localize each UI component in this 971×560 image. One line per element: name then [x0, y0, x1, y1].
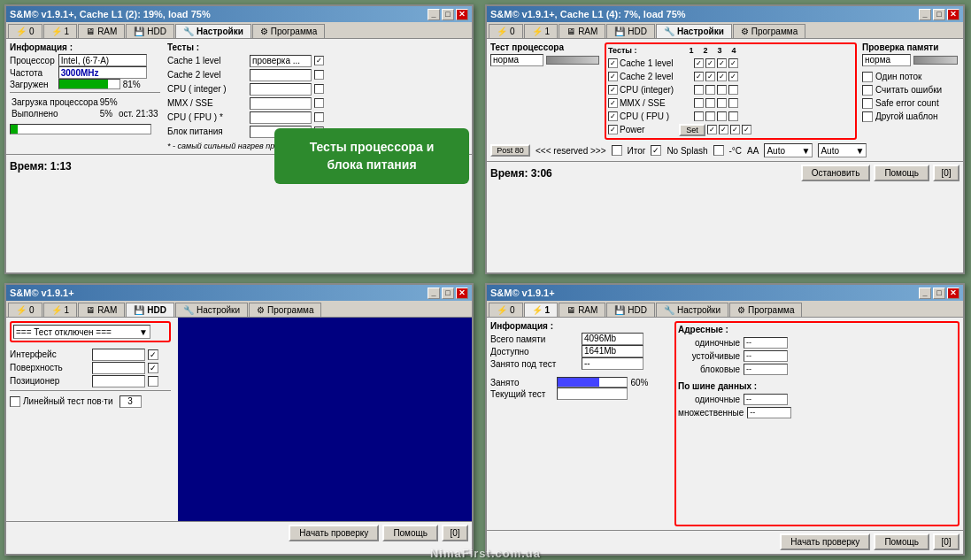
tab-tr-program[interactable]: ⚙Программа: [733, 24, 805, 38]
tr-cb-cpuint-2[interactable]: [705, 85, 715, 95]
tab-bl-hdd[interactable]: 💾HDD: [126, 303, 174, 317]
tab-tl-1[interactable]: ⚡1: [43, 24, 78, 38]
hdd-test-dropdown[interactable]: === Тест отключен === ▼: [13, 325, 150, 339]
start-btn-bl[interactable]: Начать проверку: [289, 525, 379, 541]
zero-btn-bl[interactable]: [0]: [442, 525, 468, 541]
cb-single-thread-box[interactable]: [862, 72, 873, 82]
tr-cb-mmx-4[interactable]: [728, 98, 738, 108]
tr-cb-cache1-1[interactable]: ✓: [694, 58, 704, 68]
stop-btn-tr[interactable]: Остановить: [801, 165, 871, 181]
tr-cb-cache1-en[interactable]: ✓: [608, 58, 618, 68]
cb-nosplash[interactable]: ✓: [651, 145, 661, 156]
tab-bl-program[interactable]: ⚙Программа: [249, 303, 321, 317]
tab-tl-0[interactable]: ⚡0: [8, 24, 42, 38]
tab-tl-program[interactable]: ⚙Программа: [252, 24, 325, 38]
tr-cb-cpuint-3[interactable]: [717, 85, 727, 95]
progress-loaded-fill: [59, 80, 108, 88]
tr-cb-mmx-1[interactable]: [694, 98, 704, 108]
tr-cb-cache2-en[interactable]: ✓: [608, 72, 618, 81]
help-btn-br[interactable]: Помощь: [874, 533, 929, 550]
tab-br-hdd[interactable]: 💾HDD: [606, 303, 655, 317]
minimize-btn-tl[interactable]: _: [428, 9, 440, 20]
tr-cb-fpu-3[interactable]: [717, 111, 727, 121]
cb-positioner-box[interactable]: [148, 376, 158, 387]
minimize-btn-tr[interactable]: _: [919, 9, 931, 20]
help-btn-bl[interactable]: Помощь: [382, 525, 438, 541]
tr-cb-cpuint-4[interactable]: [728, 85, 738, 95]
tab-tr-ram[interactable]: 🖥RAM: [559, 24, 605, 38]
maximize-btn-bl[interactable]: □: [442, 288, 454, 299]
tr-cb-cache1-2[interactable]: ✓: [705, 58, 715, 68]
dropdown-auto2[interactable]: Auto▼: [818, 143, 867, 157]
tab-bl-1[interactable]: ⚡1: [43, 303, 78, 317]
zero-btn-tr[interactable]: [0]: [933, 165, 959, 181]
tab-tr-0[interactable]: ⚡0: [489, 24, 523, 38]
close-btn-tl[interactable]: ✕: [456, 9, 468, 20]
tab-tl-hdd[interactable]: 💾HDD: [126, 24, 174, 38]
tr-cb-cache2-1[interactable]: ✓: [694, 72, 704, 81]
tr-cb-power-1[interactable]: ✓: [707, 125, 717, 134]
cb-other-template-box[interactable]: [862, 111, 873, 122]
tab-tr-1[interactable]: ⚡1: [524, 24, 559, 38]
tab-bl-ram[interactable]: 🖥RAM: [78, 303, 125, 317]
val-linear-count[interactable]: 3: [119, 395, 142, 408]
tr-cb-cache2-4[interactable]: ✓: [728, 72, 738, 81]
tab-br-program[interactable]: ⚙Программа: [729, 303, 802, 317]
close-btn-br[interactable]: ✕: [947, 288, 959, 299]
tab-br-settings[interactable]: 🔧Настройки: [656, 303, 728, 317]
cb-cache1[interactable]: ✓: [314, 56, 324, 65]
tr-cb-cpuint-en[interactable]: ✓: [608, 85, 618, 95]
cb-surface-box[interactable]: ✓: [148, 363, 158, 373]
tr-cb-power-3[interactable]: ✓: [730, 125, 740, 134]
tab-tl-ram[interactable]: 🖥RAM: [78, 24, 125, 38]
tr-cb-fpu-1[interactable]: [694, 111, 704, 121]
cpu-test-slider[interactable]: [546, 56, 599, 65]
tr-cb-cache2-2[interactable]: ✓: [705, 72, 715, 81]
cb-fpu[interactable]: [314, 112, 324, 122]
maximize-btn-tl[interactable]: □: [442, 9, 454, 20]
tr-cb-power-4[interactable]: ✓: [742, 125, 751, 134]
minimize-btn-bl[interactable]: _: [428, 288, 440, 299]
maximize-btn-br[interactable]: □: [933, 288, 945, 299]
close-btn-bl[interactable]: ✕: [456, 288, 468, 299]
tab-br-ram[interactable]: 🖥RAM: [559, 303, 605, 317]
cb-safe-error-box[interactable]: [862, 98, 873, 109]
minimize-btn-br[interactable]: _: [919, 288, 931, 299]
tab-tr-settings[interactable]: 🔧Настройки: [656, 24, 732, 38]
tab-tr-hdd[interactable]: 💾HDD: [606, 24, 655, 38]
tr-cb-cache2-3[interactable]: ✓: [717, 72, 727, 81]
set-btn-tr[interactable]: Set: [679, 124, 705, 136]
tab-br-0[interactable]: ⚡0: [489, 303, 523, 317]
help-btn-tr[interactable]: Помощь: [874, 165, 929, 181]
close-btn-tr[interactable]: ✕: [947, 9, 959, 20]
tr-cb-cpuint-1[interactable]: [694, 85, 704, 95]
cb-cache2[interactable]: [314, 70, 324, 80]
tr-cb-fpu-2[interactable]: [705, 111, 715, 121]
cb-count-errors-box[interactable]: [862, 85, 873, 96]
tab-bl-settings[interactable]: 🔧Настройки: [175, 303, 248, 317]
tr-cb-cache1-3[interactable]: ✓: [717, 58, 727, 68]
tr-cb-cache1-4[interactable]: ✓: [728, 58, 738, 68]
cb-linear-box[interactable]: [10, 396, 20, 407]
cb-mmx[interactable]: [314, 98, 324, 108]
cb-interface-box[interactable]: ✓: [148, 349, 158, 360]
tr-cb-mmx-2[interactable]: [705, 98, 715, 108]
maximize-btn-tr[interactable]: □: [933, 9, 945, 20]
tab-bl-0[interactable]: ⚡0: [8, 303, 42, 317]
tr-cb-mmx-3[interactable]: [717, 98, 727, 108]
start-btn-br[interactable]: Начать проверку: [780, 533, 870, 550]
tr-cb-power-2[interactable]: ✓: [719, 125, 728, 134]
post80-btn[interactable]: Post 80: [490, 144, 530, 157]
cb-celsius[interactable]: [713, 145, 724, 156]
cb-itog[interactable]: [612, 145, 622, 156]
tr-cb-power-en[interactable]: ✓: [608, 125, 618, 134]
tab-br-1[interactable]: ⚡1: [524, 303, 559, 317]
zero-btn-br[interactable]: [0]: [933, 533, 959, 550]
tab-tl-settings[interactable]: 🔧Настройки: [175, 24, 251, 38]
tr-cb-mmx-en[interactable]: ✓: [608, 98, 618, 108]
cb-cpu-int[interactable]: [314, 84, 324, 94]
memory-slider[interactable]: [913, 56, 958, 65]
dropdown-aa[interactable]: Auto▼: [764, 143, 813, 157]
tr-cb-fpu-4[interactable]: [728, 111, 738, 121]
tr-cb-fpu-en[interactable]: ✓: [608, 111, 618, 121]
